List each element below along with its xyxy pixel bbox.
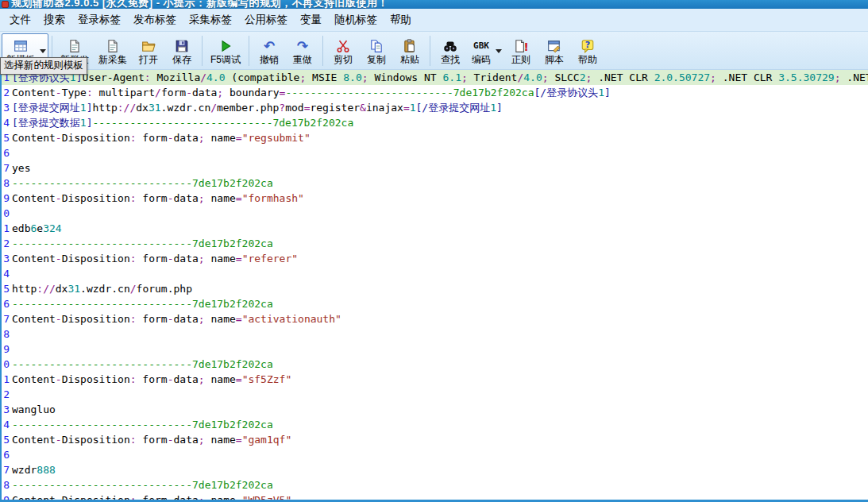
- editor-line-text: [登录协议头1]User-Agent: Mozilla/4.0 (compati…: [12, 70, 868, 85]
- regex-button[interactable]: !正则: [504, 33, 538, 68]
- editor-line[interactable]: 0-----------------------------7de17b2f20…: [2, 357, 868, 372]
- editor-line-text: [登录提交数据1]-----------------------------7d…: [12, 115, 868, 130]
- line-number: 6: [2, 296, 10, 311]
- editor-line[interactable]: 3Content-Disposition: form-data; name="r…: [2, 251, 868, 266]
- paste-clipboard-icon: [403, 38, 417, 54]
- cut-scissors-icon: [336, 38, 350, 54]
- editor-line[interactable]: 6-----------------------------7de17b2f20…: [2, 296, 868, 311]
- debug-button[interactable]: F5调试: [206, 33, 245, 68]
- editor-line[interactable]: 7yes: [2, 160, 868, 176]
- editor-line[interactable]: 1[登录协议头1]User-Agent: Mozilla/4.0 (compat…: [2, 70, 868, 85]
- editor-line[interactable]: 2-----------------------------7de17b2f20…: [2, 236, 868, 251]
- editor-line-text: edb6e324: [12, 221, 868, 236]
- menu-item[interactable]: 发布标签: [127, 10, 183, 29]
- editor-line[interactable]: 7Content-Disposition: form-data; name="a…: [2, 311, 868, 326]
- editor-line[interactable]: 6: [2, 145, 868, 160]
- editor-line[interactable]: 5Content-Disposition: form-data; name="r…: [2, 130, 868, 145]
- editor-line[interactable]: 8: [2, 326, 868, 342]
- encoding-button[interactable]: GBK编码: [467, 33, 504, 68]
- chevron-down-icon[interactable]: [496, 49, 502, 53]
- code-editor[interactable]: 1[登录协议头1]User-Agent: Mozilla/4.0 (compat…: [0, 70, 868, 502]
- editor-line-text: -----------------------------7de17b2f202…: [12, 176, 868, 191]
- editor-line[interactable]: 5Content-Disposition: form-data; name="g…: [2, 432, 868, 447]
- menu-item[interactable]: 文件: [3, 10, 37, 29]
- toolbar-button-label: 帮助: [578, 54, 597, 65]
- menu-bar: 文件搜索登录标签发布标签采集标签公用标签变量随机标签帮助: [0, 9, 868, 32]
- toolbar-button-label: 撤销: [260, 54, 279, 65]
- open-button[interactable]: 打开: [132, 33, 165, 68]
- undo-button[interactable]: ↶撤销: [253, 33, 286, 68]
- line-number: 4: [2, 417, 10, 432]
- redo-button[interactable]: ↷重做: [286, 33, 319, 68]
- menu-item[interactable]: 随机标签: [328, 10, 384, 29]
- line-number: 9: [2, 342, 10, 357]
- window-title: 规划辅助器2.9.0.5 [永久免费] - 小提示：新版编写的规划，不再支持旧版…: [11, 0, 388, 9]
- template-grid-icon: [14, 38, 28, 54]
- editor-line[interactable]: 3[登录提交网址1]http://dx31.wzdr.cn/member.php…: [2, 100, 868, 115]
- save-button[interactable]: 保存: [165, 33, 199, 68]
- toolbar-separator: [202, 36, 203, 66]
- paste-button[interactable]: 粘贴: [393, 33, 426, 68]
- help-button[interactable]: ?帮助: [571, 33, 604, 68]
- tooltip: 选择新的规则模板: [0, 57, 87, 75]
- new-doc-icon: [68, 38, 82, 54]
- svg-text:?: ?: [585, 40, 591, 50]
- editor-line-text: wzdr888: [12, 462, 868, 477]
- editor-line[interactable]: 7wzdr888: [2, 462, 868, 477]
- editor-line[interactable]: 9Content-Disposition: form-data; name="f…: [2, 191, 868, 206]
- menu-item[interactable]: 公用标签: [238, 10, 294, 29]
- editor-line[interactable]: 4: [2, 266, 868, 281]
- menu-item[interactable]: 搜索: [37, 10, 71, 29]
- editor-line-text: -----------------------------7de17b2f202…: [12, 296, 868, 311]
- menu-item[interactable]: 变量: [294, 10, 328, 29]
- menu-item[interactable]: 采集标签: [183, 10, 238, 29]
- line-number: 0: [2, 357, 10, 372]
- line-number: 6: [2, 145, 10, 160]
- toolbar-button-label: F5调试: [210, 54, 241, 65]
- line-number: 1: [2, 372, 10, 387]
- script-doc-icon: [547, 38, 561, 54]
- line-number: 3: [2, 402, 10, 417]
- svg-text:!: !: [523, 40, 528, 52]
- editor-line[interactable]: 4[登录提交数据1]-----------------------------7…: [2, 115, 868, 130]
- open-folder-icon: [141, 38, 156, 54]
- line-number: 5: [2, 432, 10, 447]
- editor-line[interactable]: 3wangluo: [2, 402, 868, 417]
- editor-line[interactable]: 5http://dx31.wzdr.cn/forum.php: [2, 281, 868, 296]
- line-number: 7: [2, 311, 10, 326]
- editor-line-text: [12, 266, 868, 281]
- line-number: 5: [2, 281, 10, 296]
- editor-line[interactable]: 1Content-Disposition: form-data; name="s…: [2, 372, 868, 387]
- title-bar: 规划辅助器2.9.0.5 [永久免费] - 小提示：新版编写的规划，不再支持旧版…: [0, 0, 868, 9]
- script-button[interactable]: 脚本: [538, 33, 571, 68]
- gbk-text-icon: GBK: [473, 38, 489, 54]
- new-doc-icon: [106, 38, 120, 54]
- editor-line-text: wangluo: [12, 402, 868, 417]
- editor-line-text: Content-Type: multipart/form-data; bound…: [12, 85, 868, 100]
- toolbar: 新模板新群发新采集打开保存F5调试↶撤销↷重做剪切复制粘贴查找GBK编码!正则脚…: [0, 32, 868, 70]
- new-collect-button[interactable]: 新采集: [94, 33, 132, 68]
- menu-item[interactable]: 帮助: [384, 10, 418, 29]
- editor-line-text: [12, 326, 868, 342]
- line-number: 7: [2, 160, 10, 176]
- line-number: 8: [2, 176, 10, 191]
- editor-line-text: yes: [12, 160, 868, 176]
- save-floppy-icon: [175, 38, 189, 54]
- cut-button[interactable]: 剪切: [326, 33, 360, 68]
- editor-line[interactable]: 1edb6e324: [2, 221, 868, 236]
- editor-line[interactable]: 9: [2, 342, 868, 357]
- editor-line[interactable]: 2Content-Type: multipart/form-data; boun…: [2, 85, 868, 100]
- chevron-down-icon[interactable]: [40, 49, 46, 53]
- editor-line[interactable]: 4-----------------------------7de17b2f20…: [2, 417, 868, 432]
- toolbar-button-label: 新采集: [98, 54, 127, 65]
- editor-line[interactable]: 2: [2, 387, 868, 402]
- editor-line[interactable]: 8-----------------------------7de17b2f20…: [2, 477, 868, 492]
- line-number: 5: [2, 130, 10, 145]
- editor-line[interactable]: 6: [2, 447, 868, 462]
- copy-button[interactable]: 复制: [360, 33, 393, 68]
- editor-line[interactable]: 0: [2, 206, 868, 221]
- line-number: 6: [2, 447, 10, 462]
- menu-item[interactable]: 登录标签: [71, 10, 127, 29]
- editor-line[interactable]: 8-----------------------------7de17b2f20…: [2, 176, 868, 191]
- find-button[interactable]: 查找: [434, 33, 467, 68]
